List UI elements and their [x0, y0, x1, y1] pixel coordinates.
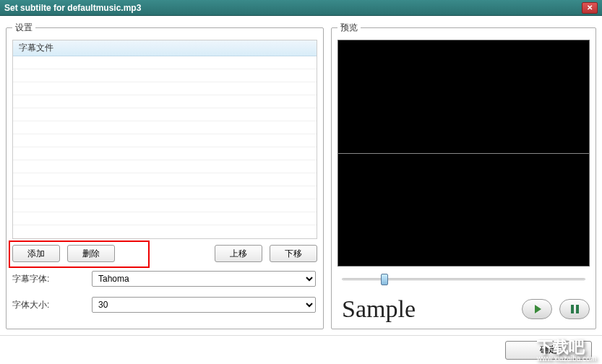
delete-button[interactable]: 删除	[67, 245, 115, 262]
title-bar: Set subtilte for defaultmusic.mp3 ✕	[0, 0, 602, 16]
list-row[interactable]	[13, 186, 317, 199]
window-title: Set subtilte for defaultmusic.mp3	[4, 3, 582, 13]
list-row[interactable]	[13, 160, 317, 173]
move-up-button[interactable]: 上移	[215, 245, 262, 262]
list-buttons-row: 添加 删除 上移 下移	[12, 245, 317, 262]
add-button[interactable]: 添加	[12, 245, 60, 262]
list-row[interactable]	[13, 173, 317, 186]
list-row[interactable]	[13, 134, 317, 147]
size-label: 字体大小:	[12, 299, 92, 311]
play-icon	[535, 305, 541, 313]
list-row[interactable]	[13, 212, 317, 225]
font-label: 字幕字体:	[12, 273, 92, 285]
list-row[interactable]	[13, 199, 317, 212]
pause-icon	[571, 305, 579, 313]
list-row[interactable]	[13, 82, 317, 95]
play-button[interactable]	[522, 299, 552, 319]
font-row: 字幕字体: Tahoma	[12, 271, 317, 287]
pause-button[interactable]	[559, 299, 590, 319]
slider-thumb[interactable]	[381, 274, 388, 285]
list-row[interactable]	[13, 56, 317, 69]
close-icon: ✕	[587, 4, 593, 12]
list-row[interactable]	[13, 95, 317, 108]
size-select[interactable]: 30	[92, 297, 316, 313]
list-row[interactable]	[13, 147, 317, 160]
settings-group: 设置 字幕文件 添加 删除	[6, 22, 324, 329]
list-row[interactable]	[13, 121, 317, 134]
size-row: 字体大小: 30	[12, 297, 317, 313]
list-body	[13, 56, 317, 238]
subtitle-file-list[interactable]: 字幕文件	[12, 40, 317, 239]
list-row[interactable]	[13, 69, 317, 82]
sample-row: Sample	[337, 295, 590, 323]
footer-bar: 确定	[0, 335, 602, 364]
ok-button[interactable]: 确定	[505, 341, 592, 360]
font-select[interactable]: Tahoma	[92, 271, 316, 287]
slider-track	[342, 278, 585, 280]
move-down-button[interactable]: 下移	[270, 245, 317, 262]
preview-group: 预览 Sample	[331, 22, 596, 329]
sample-text: Sample	[337, 295, 515, 323]
settings-legend: 设置	[12, 22, 35, 34]
preview-legend: 预览	[337, 22, 361, 34]
list-header: 字幕文件	[13, 40, 317, 56]
seek-slider[interactable]	[337, 272, 590, 287]
preview-divider	[338, 153, 589, 154]
list-row[interactable]	[13, 108, 317, 121]
preview-video-area	[337, 40, 590, 266]
close-button[interactable]: ✕	[582, 2, 598, 14]
